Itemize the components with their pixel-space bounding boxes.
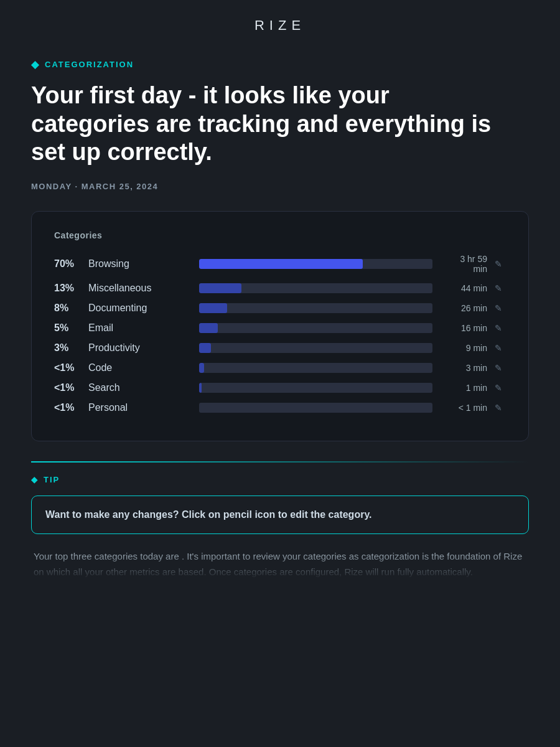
edit-category-button[interactable]: ✎: [491, 403, 506, 413]
tip-label-text: TIP: [44, 475, 60, 484]
category-name: Code: [88, 362, 188, 374]
category-bar: [199, 403, 432, 413]
category-bar: [199, 303, 432, 313]
table-row: <1% Search 1 min ✎: [54, 382, 506, 393]
tip-label: ◆ TIP: [31, 475, 529, 484]
date-display: MONDAY · MARCH 25, 2024: [31, 182, 529, 191]
category-name: Browsing: [88, 258, 188, 270]
edit-category-button[interactable]: ✎: [491, 303, 506, 313]
category-name: Documenting: [88, 303, 188, 314]
category-time: 3 min: [444, 363, 487, 373]
edit-category-button[interactable]: ✎: [491, 363, 506, 373]
category-percent: 5%: [54, 322, 88, 334]
table-row: 70% Browsing 3 hr 59 min ✎: [54, 254, 506, 274]
category-bar: [199, 283, 432, 293]
table-row: <1% Code 3 min ✎: [54, 362, 506, 374]
table-row: 3% Productivity 9 min ✎: [54, 342, 506, 354]
edit-category-button[interactable]: ✎: [491, 323, 506, 333]
category-name: Email: [88, 322, 188, 334]
edit-category-button[interactable]: ✎: [491, 259, 506, 269]
main-content: ◆ CATEGORIZATION Your first day - it loo…: [0, 46, 560, 604]
edit-category-button[interactable]: ✎: [491, 383, 506, 393]
divider: [31, 461, 529, 463]
categories-card-title: Categories: [54, 230, 506, 240]
category-name: Productivity: [88, 342, 188, 354]
categories-card: Categories 70% Browsing 3 hr 59 min ✎ 13…: [31, 211, 529, 441]
category-time: < 1 min: [444, 403, 487, 413]
tip-box: Want to make any changes? Click on penci…: [31, 496, 529, 534]
category-bar: [199, 323, 432, 333]
categorization-label-text: CATEGORIZATION: [45, 60, 134, 69]
category-percent: <1%: [54, 402, 88, 413]
category-time: 16 min: [444, 323, 487, 333]
fade-overlay: [31, 548, 529, 580]
category-percent: 3%: [54, 342, 88, 354]
category-percent: <1%: [54, 382, 88, 393]
categorization-label: ◆ CATEGORIZATION: [31, 59, 529, 70]
category-bar: [199, 363, 432, 373]
edit-category-button[interactable]: ✎: [491, 283, 506, 293]
category-percent: <1%: [54, 362, 88, 374]
table-row: 8% Documenting 26 min ✎: [54, 303, 506, 314]
category-name: Personal: [88, 402, 188, 413]
category-percent: 70%: [54, 258, 88, 270]
category-name: Search: [88, 382, 188, 393]
category-bar: [199, 383, 432, 393]
category-name: Miscellaneous: [88, 283, 188, 294]
tip-section: ◆ TIP Want to make any changes? Click on…: [31, 475, 529, 580]
page-title: Your first day - it looks like your cate…: [31, 82, 498, 167]
category-time: 9 min: [444, 343, 487, 353]
categories-list: 70% Browsing 3 hr 59 min ✎ 13% Miscellan…: [54, 254, 506, 413]
tip-diamond-icon: ◆: [31, 475, 39, 484]
diamond-icon: ◆: [31, 59, 40, 70]
table-row: 5% Email 16 min ✎: [54, 322, 506, 334]
category-time: 44 min: [444, 283, 487, 293]
category-time: 1 min: [444, 383, 487, 393]
category-time: 3 hr 59 min: [444, 254, 487, 274]
category-percent: 8%: [54, 303, 88, 314]
app-title: RIZE: [0, 0, 560, 46]
category-percent: 13%: [54, 283, 88, 294]
edit-category-button[interactable]: ✎: [491, 343, 506, 353]
table-row: <1% Personal < 1 min ✎: [54, 402, 506, 413]
category-bar: [199, 343, 432, 353]
category-time: 26 min: [444, 303, 487, 313]
tip-body: Your top three categories today are . It…: [31, 549, 529, 580]
table-row: 13% Miscellaneous 44 min ✎: [54, 283, 506, 294]
category-bar: [199, 259, 432, 269]
